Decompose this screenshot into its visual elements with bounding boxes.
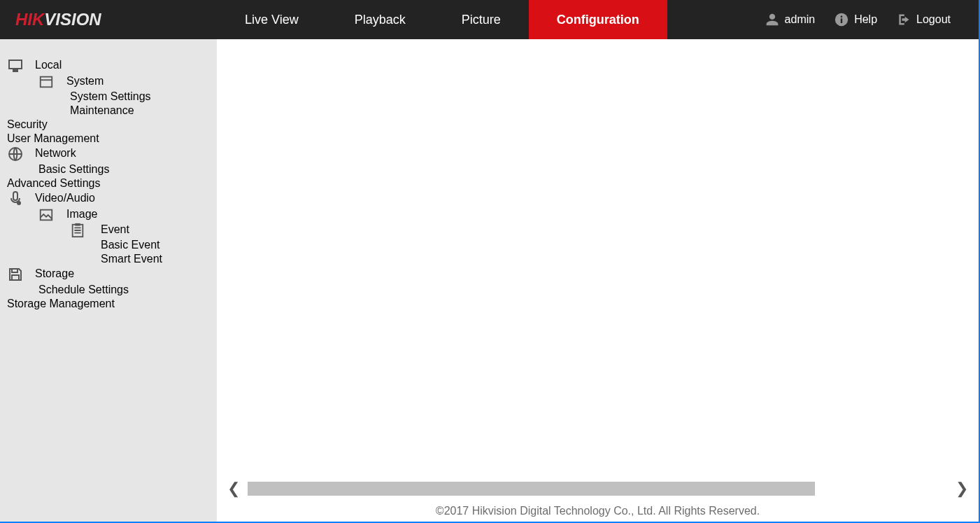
sidebar-label-user-management: User Management	[7, 132, 99, 146]
sidebar-item-image[interactable]: Image	[0, 207, 217, 223]
chevron-left-icon[interactable]: ❮	[222, 480, 245, 497]
horizontal-scrollbar[interactable]: ❮ ❯	[217, 477, 979, 501]
sidebar-label-video-audio: Video/Audio	[35, 190, 95, 204]
sidebar-item-network[interactable]: Network	[0, 146, 217, 162]
sidebar-label-storage: Storage	[35, 266, 74, 280]
chevron-right-icon[interactable]: ❯	[951, 480, 973, 497]
svg-rect-9	[75, 223, 80, 226]
globe-icon	[7, 146, 35, 162]
sidebar-item-event[interactable]: Event	[0, 223, 217, 238]
sidebar-label-basic-event: Basic Event	[101, 239, 159, 251]
logout-label: Logout	[916, 13, 951, 26]
content-area: ❮ ❯ ©2017 Hikvision Digital Technology C…	[217, 39, 979, 522]
sidebar-item-storage-management[interactable]: Storage Management	[0, 297, 217, 311]
sidebar-item-system-settings[interactable]: System Settings	[0, 90, 217, 104]
svg-rect-3	[41, 77, 52, 88]
sidebar-item-advanced-settings[interactable]: Advanced Settings	[0, 176, 217, 190]
sidebar-item-security[interactable]: Security	[0, 118, 217, 132]
scrollbar-gap	[815, 482, 948, 496]
mic-icon	[7, 190, 35, 207]
sidebar-label-local: Local	[35, 57, 62, 71]
nav-configuration[interactable]: Configuration	[529, 0, 667, 39]
nav-playback[interactable]: Playback	[327, 0, 434, 39]
footer-text: ©2017 Hikvision Digital Technology Co., …	[436, 505, 760, 517]
sidebar: Local System System Settings Maintenance…	[0, 39, 217, 522]
sidebar-item-system[interactable]: System	[0, 74, 217, 90]
sidebar-label-system-settings: System Settings	[70, 90, 151, 104]
sidebar-item-maintenance[interactable]: Maintenance	[0, 104, 217, 118]
svg-point-6	[17, 201, 21, 205]
sidebar-label-storage-management: Storage Management	[7, 297, 115, 311]
sidebar-item-basic-event[interactable]: Basic Event	[0, 238, 217, 252]
svg-rect-10	[12, 269, 17, 272]
sidebar-label-advanced-settings: Advanced Settings	[7, 176, 100, 190]
svg-rect-1	[841, 18, 842, 23]
main-nav: Live View Playback Picture Configuration	[217, 0, 667, 39]
nav-picture[interactable]: Picture	[434, 0, 529, 39]
sidebar-label-basic-settings-net: Basic Settings	[38, 162, 109, 176]
sidebar-label-network: Network	[35, 146, 76, 160]
sidebar-item-storage[interactable]: Storage	[0, 266, 217, 283]
top-bar: HIKVISION Live View Playback Picture Con…	[0, 0, 980, 39]
sidebar-item-basic-settings-net[interactable]: Basic Settings	[0, 162, 217, 176]
main-area: Local System System Settings Maintenance…	[0, 39, 980, 523]
footer: ©2017 Hikvision Digital Technology Co., …	[217, 501, 979, 522]
nav-live-view[interactable]: Live View	[217, 0, 327, 39]
save-icon	[7, 266, 35, 283]
logo-part2: VISION	[44, 10, 101, 29]
sidebar-label-smart-event: Smart Event	[101, 253, 162, 265]
sidebar-label-maintenance: Maintenance	[70, 104, 134, 118]
sidebar-label-security: Security	[7, 118, 48, 132]
top-right: admin Help Logout	[765, 0, 979, 39]
sidebar-label-system: System	[66, 74, 104, 88]
logo-part1: HIK	[15, 10, 44, 29]
sidebar-label-image: Image	[66, 207, 97, 221]
sidebar-item-local[interactable]: Local	[0, 57, 217, 74]
svg-rect-11	[12, 275, 19, 280]
scrollbar-track[interactable]	[248, 482, 948, 496]
user-menu[interactable]: admin	[765, 13, 816, 27]
image-icon	[38, 207, 66, 223]
logout-button[interactable]: Logout	[897, 13, 951, 27]
user-name: admin	[785, 13, 816, 26]
sidebar-item-schedule-settings[interactable]: Schedule Settings	[0, 283, 217, 297]
sidebar-item-video-audio[interactable]: Video/Audio	[0, 190, 217, 207]
content-body	[217, 39, 979, 477]
monitor-icon	[7, 57, 35, 74]
window-icon	[38, 74, 66, 90]
sidebar-label-event: Event	[101, 223, 129, 237]
sidebar-item-smart-event[interactable]: Smart Event	[0, 252, 217, 266]
sidebar-item-user-management[interactable]: User Management	[0, 132, 217, 146]
clipboard-icon	[70, 223, 101, 238]
logout-icon	[897, 13, 911, 27]
help-button[interactable]: Help	[835, 13, 877, 27]
sidebar-label-schedule-settings: Schedule Settings	[38, 283, 129, 297]
svg-rect-2	[841, 16, 842, 18]
help-label: Help	[854, 13, 877, 26]
logo: HIKVISION	[0, 10, 217, 29]
info-icon	[835, 13, 848, 27]
user-icon	[765, 13, 779, 27]
